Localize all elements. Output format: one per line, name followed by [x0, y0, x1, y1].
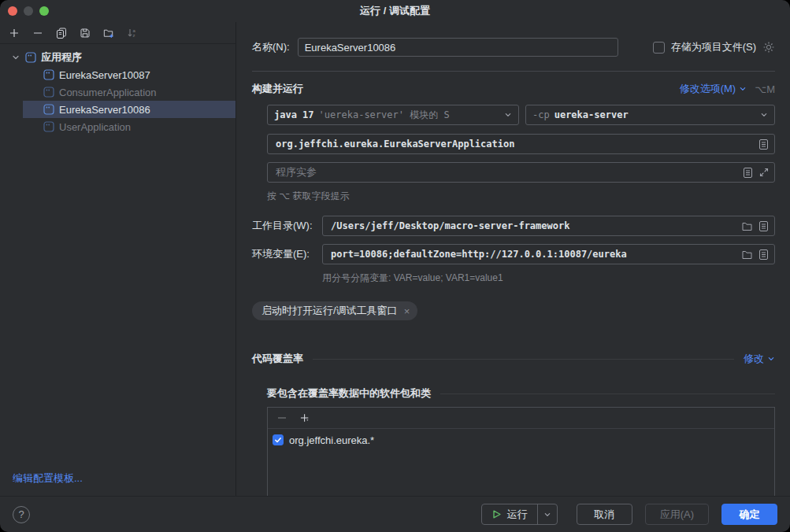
tree-item-consumerapplication[interactable]: ConsumerApplication	[0, 83, 236, 101]
tree-item-eurekaserver10087[interactable]: EurekaServer10087	[0, 66, 236, 83]
environment-variables-hint: 用分号分隔变量: VAR=value; VAR1=value1	[322, 272, 775, 285]
coverage-table-toolbar	[268, 408, 774, 429]
browse-list-icon[interactable]	[758, 139, 770, 150]
run-options-chevron[interactable]	[538, 504, 557, 524]
jre-select[interactable]: java 17 'uereka-server' 模块的 S	[267, 105, 519, 125]
configurations-sidebar: az 应用程序 EurekaServer100	[0, 22, 236, 496]
play-icon	[491, 509, 502, 519]
name-label: 名称(N):	[252, 40, 290, 54]
section-leader-line	[313, 359, 734, 360]
chevron-down-icon	[739, 85, 747, 93]
dialog-title: 运行 / 调试配置	[0, 4, 790, 18]
field-hint: 按 ⌥ 获取字段提示	[267, 190, 775, 203]
chevron-down-icon	[543, 511, 551, 519]
add-pattern-icon[interactable]	[299, 412, 312, 424]
store-as-project-file-checkbox[interactable]	[653, 42, 665, 54]
label-leader-line	[440, 393, 775, 394]
store-as-project-file-label: 存储为项目文件(S)	[671, 40, 756, 54]
environment-variables-input[interactable]	[329, 248, 736, 260]
run-button-label: 运行	[507, 508, 528, 522]
edit-configuration-templates-link[interactable]: 编辑配置模板...	[13, 471, 83, 486]
browse-list-icon[interactable]	[758, 249, 770, 260]
apply-button: 应用(A)	[645, 504, 709, 525]
browse-list-icon[interactable]	[758, 220, 770, 232]
application-icon	[43, 87, 54, 98]
chevron-down-icon	[767, 355, 775, 363]
main-class-input[interactable]	[274, 138, 753, 150]
environment-variables-field	[322, 244, 775, 264]
application-icon	[43, 69, 54, 80]
tree-item-label: EurekaServer10087	[59, 69, 150, 81]
tree-item-label: ConsumerApplication	[59, 87, 157, 98]
save-configuration-icon[interactable]	[79, 27, 91, 39]
copy-configuration-icon[interactable]	[55, 27, 68, 39]
name-input[interactable]	[298, 38, 618, 57]
cp-flag: -cp	[532, 109, 550, 120]
coverage-pattern-row[interactable]: org.jeffchi.eureka.*	[268, 430, 774, 449]
remove-pattern-icon[interactable]	[276, 412, 288, 424]
pattern-checkbox-checked[interactable]	[273, 434, 284, 445]
close-icon[interactable]: ×	[404, 306, 410, 316]
application-icon	[25, 52, 36, 63]
help-button[interactable]: ?	[13, 506, 30, 523]
add-configuration-icon[interactable]	[8, 27, 20, 39]
jre-module: 'uereka-server' 模块的 S	[319, 109, 450, 122]
chevron-down-icon[interactable]	[11, 53, 20, 62]
working-directory-label: 工作目录(W):	[252, 219, 322, 233]
jre-version: java 17	[274, 109, 314, 120]
run-split-button[interactable]: 运行	[481, 504, 558, 525]
configuration-form: 名称(N): 存储为项目文件(S) 构建并运行 修改选项(M) ⌥M	[236, 22, 790, 496]
new-folder-icon[interactable]	[102, 27, 115, 39]
application-icon	[43, 104, 54, 115]
working-directory-field	[322, 216, 775, 236]
coverage-include-label: 要包含在覆盖率数据中的软件包和类	[267, 386, 431, 401]
main-class-field	[267, 134, 775, 154]
program-arguments-field	[267, 162, 775, 183]
modify-options-label: 修改选项(M)	[680, 82, 736, 96]
application-icon	[43, 121, 54, 132]
pattern-label: org.jeffchi.eureka.*	[289, 434, 374, 446]
browse-list-icon[interactable]	[742, 167, 754, 179]
gear-icon[interactable]	[762, 41, 775, 54]
run-button[interactable]: 运行	[482, 504, 537, 524]
svg-text:z: z	[133, 33, 135, 38]
coverage-modify-link[interactable]: 修改	[744, 352, 775, 366]
chevron-down-icon	[504, 111, 512, 119]
ok-button[interactable]: 确定	[721, 504, 777, 525]
check-icon	[274, 436, 282, 444]
sidebar-toolbar: az	[0, 22, 236, 44]
expand-icon[interactable]	[758, 167, 770, 178]
sort-configurations-icon[interactable]: az	[126, 27, 139, 39]
section-divider	[252, 71, 775, 72]
configuration-tree: 应用程序 EurekaServer10087 ConsumerApplicati…	[0, 44, 236, 496]
cancel-button[interactable]: 取消	[577, 504, 632, 525]
cp-module: uereka-server	[554, 109, 629, 120]
modify-options-shortcut: ⌥M	[755, 83, 775, 95]
folder-icon[interactable]	[741, 249, 753, 260]
working-directory-input[interactable]	[329, 220, 736, 232]
tree-item-eurekaserver10086-selected[interactable]: EurekaServer10086	[0, 101, 236, 118]
tree-item-userapplication[interactable]: UserApplication	[0, 118, 236, 135]
tree-group-label: 应用程序	[41, 50, 82, 65]
title-bar: 运行 / 调试配置	[0, 0, 790, 22]
run-debug-configurations-dialog: 运行 / 调试配置	[0, 0, 790, 532]
build-and-run-title: 构建并运行	[252, 82, 303, 96]
svg-text:a: a	[133, 28, 136, 32]
open-run-tool-window-tag[interactable]: 启动时打开运行/调试工具窗口 ×	[252, 301, 417, 320]
environment-variables-label: 环境变量(E):	[252, 247, 322, 261]
program-arguments-input[interactable]	[274, 166, 737, 179]
classpath-select[interactable]: -cp uereka-server	[525, 105, 775, 125]
modify-options-link[interactable]: 修改选项(M)	[680, 82, 747, 96]
tree-item-label: UserApplication	[59, 121, 131, 133]
tag-label: 启动时打开运行/调试工具窗口	[261, 304, 398, 318]
dialog-footer: ? 运行 取消 应用(A) 确定	[0, 496, 790, 532]
tree-group-applications[interactable]: 应用程序	[0, 49, 236, 66]
tree-item-label: EurekaServer10086	[59, 104, 150, 116]
code-coverage-title: 代码覆盖率	[252, 352, 303, 366]
remove-configuration-icon[interactable]	[32, 27, 44, 39]
coverage-packages-table: org.jeffchi.eureka.*	[267, 407, 775, 496]
chevron-down-icon	[760, 111, 768, 119]
folder-icon[interactable]	[741, 220, 753, 232]
coverage-modify-label: 修改	[744, 352, 764, 366]
